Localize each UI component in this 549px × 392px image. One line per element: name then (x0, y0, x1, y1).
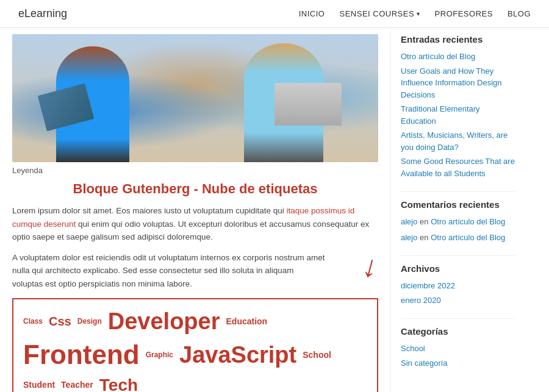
tag-tech[interactable]: Tech (99, 375, 138, 392)
tag-education[interactable]: Education (226, 316, 268, 327)
hero-people (12, 34, 378, 162)
divider-3 (401, 318, 515, 319)
main-nav: INICIO SENSEI COURSES PROFESORES BLOG (299, 9, 531, 18)
tag-developer[interactable]: Developer (108, 308, 220, 336)
archive-1[interactable]: enero 2020 (401, 294, 515, 307)
nav-inicio[interactable]: INICIO (299, 9, 325, 18)
archives-title: Archivos (401, 263, 515, 274)
categories-section: Categorías SchoolSin categoría (401, 326, 515, 369)
main-content: Leyenda Bloque Gutenberg - Nube de etiqu… (0, 28, 390, 392)
sidebar: Entradas recientes Otro artículo del Blo… (390, 28, 525, 392)
recent-post-0[interactable]: Otro artículo del Blog (401, 51, 515, 63)
comment-post-link-0[interactable]: Otro artículo del Blog (431, 217, 505, 226)
article-paragraph-2: A voluptatem dolor est reiciendis odit u… (12, 251, 326, 291)
article-paragraph-1: Lorem ipsum dolor sit amet. Eos maiores … (12, 204, 378, 244)
sidebar-categories-list: SchoolSin categoría (401, 343, 515, 369)
recent-post-2[interactable]: Traditional Elementary Education (401, 103, 515, 127)
tag-cloud: ClassCssDesignDeveloperEducationFrontend… (23, 308, 367, 392)
tag-graphic[interactable]: Graphic (146, 351, 173, 359)
site-header: eLearning INICIO SENSEI COURSES PROFESOR… (0, 0, 549, 28)
comment-author-1: alejo (401, 233, 417, 242)
comment-post-link-1[interactable]: Otro artículo del Blog (431, 233, 505, 242)
tag-student[interactable]: Student (23, 380, 55, 390)
image-caption: Leyenda (12, 166, 378, 175)
site-logo: eLearning (18, 7, 67, 20)
sidebar-category-0[interactable]: School (401, 343, 515, 355)
recent-comments-title: Comentarios recientes (401, 199, 515, 210)
recent-posts-list: Otro artículo del BlogUser Goals and How… (401, 51, 515, 179)
comment-author-0: alejo (401, 217, 417, 226)
recent-comment-0: alejo en Otro artículo del Blog (401, 216, 515, 228)
recent-posts-title: Entradas recientes (401, 34, 515, 45)
page-container: Leyenda Bloque Gutenberg - Nube de etiqu… (0, 28, 549, 392)
archives-list: diciembre 2022enero 2020 (401, 280, 515, 306)
recent-comments-section: Comentarios recientes alejo en Otro artí… (401, 199, 515, 243)
tag-frontend[interactable]: Frontend (23, 339, 140, 371)
arrow-down-icon: ↓ (359, 249, 382, 283)
comment-on-0: en (417, 217, 431, 226)
recent-posts-section: Entradas recientes Otro artículo del Blo… (401, 34, 515, 179)
hero-image-inner (12, 34, 378, 162)
laptop-prop (274, 83, 342, 126)
hero-image (12, 34, 378, 162)
tag-javascript[interactable]: JavaScript (179, 341, 296, 369)
arrow-down-container: ↓ (363, 251, 378, 282)
recent-post-1[interactable]: User Goals and How They Influence Inform… (401, 65, 515, 101)
tag-css[interactable]: Css (49, 314, 71, 329)
nav-blog[interactable]: BLOG (508, 9, 531, 18)
tag-teacher[interactable]: Teacher (61, 380, 93, 390)
recent-post-3[interactable]: Artists, Musicians, Writers, are you doi… (401, 129, 515, 153)
divider-2 (401, 255, 515, 256)
comment-on-1: en (417, 233, 431, 242)
sidebar-category-1[interactable]: Sin categoría (401, 357, 515, 369)
nav-profesores[interactable]: PROFESORES (435, 9, 493, 18)
archives-section: Archivos diciembre 2022enero 2020 (401, 263, 515, 306)
paragraph1-before: Lorem ipsum dolor sit amet. Eos maiores … (12, 206, 286, 215)
recent-comments-list: alejo en Otro artículo del Blogalejo en … (401, 216, 515, 243)
archive-0[interactable]: diciembre 2022 (401, 280, 515, 292)
divider-1 (401, 191, 515, 192)
tag-class[interactable]: Class (23, 317, 43, 326)
recent-post-4[interactable]: Some Good Resources That are Available t… (401, 155, 515, 179)
tag-cloud-box: ClassCssDesignDeveloperEducationFrontend… (12, 298, 378, 392)
recent-comment-1: alejo en Otro artículo del Blog (401, 232, 515, 244)
sidebar-categories-title: Categorías (401, 326, 515, 337)
tag-design[interactable]: Design (77, 317, 102, 326)
nav-sensei-courses[interactable]: SENSEI COURSES (339, 9, 420, 18)
article-heading: Bloque Gutenberg - Nube de etiquetas (12, 181, 378, 197)
tag-school[interactable]: School (303, 350, 331, 360)
